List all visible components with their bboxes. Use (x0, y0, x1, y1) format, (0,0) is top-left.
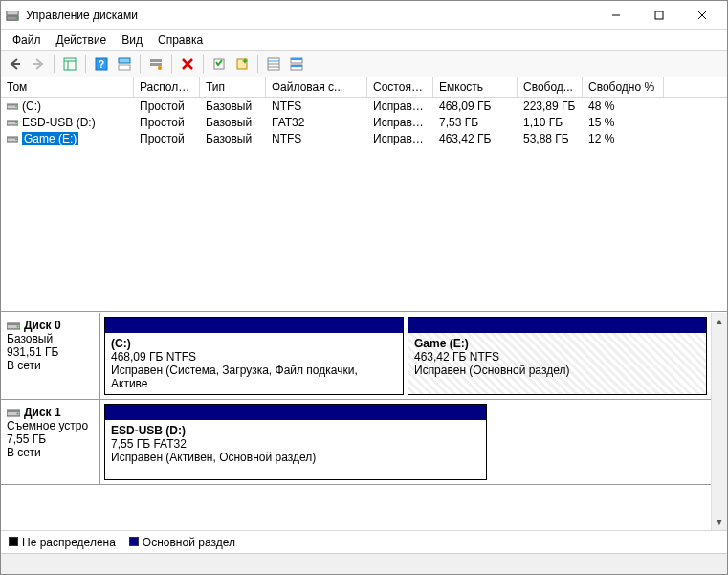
properties-button[interactable] (209, 54, 230, 75)
partition-info: 7,55 ГБ FAT32 (111, 437, 480, 451)
partition[interactable]: Game (E:)463,42 ГБ NTFSИсправен (Основно… (408, 317, 707, 395)
drive-icon (7, 134, 18, 144)
close-button[interactable] (680, 2, 723, 29)
scroll-up-button[interactable]: ▲ (712, 313, 728, 329)
disk-info[interactable]: Диск 1Съемное устро7,55 ГБВ сети (1, 400, 100, 484)
legend: Не распределена Основной раздел (1, 530, 727, 553)
cell: Простой (134, 116, 200, 129)
partition-header (408, 318, 706, 333)
table-header: Том Располо... Тип Файловая с... Состоян… (1, 77, 727, 98)
partition-name: Game (E:) (414, 337, 700, 350)
svg-rect-38 (7, 137, 18, 139)
col-volume[interactable]: Том (1, 77, 134, 97)
col-type[interactable]: Тип (200, 77, 266, 97)
svg-rect-41 (7, 323, 20, 325)
disk-name: Диск 1 (7, 406, 94, 419)
svg-rect-35 (7, 121, 18, 122)
table-row[interactable]: ESD-USB (D:)ПростойБазовыйFAT32Исправен.… (1, 114, 727, 130)
cell: 48 % (583, 100, 664, 113)
show-hide-tree-button[interactable] (59, 54, 80, 75)
svg-rect-1 (7, 11, 18, 14)
partition-body: (C:)468,09 ГБ NTFSИсправен (Система, Заг… (105, 333, 403, 394)
minimize-button[interactable] (594, 2, 637, 29)
drive-icon (7, 118, 18, 127)
new-button[interactable] (232, 54, 253, 75)
svg-rect-15 (119, 65, 130, 70)
titlebar: Управление дисками (1, 1, 727, 30)
cell: 223,89 ГБ (518, 100, 583, 113)
show-actions-button[interactable] (145, 54, 166, 75)
help-button[interactable]: ? (91, 54, 112, 75)
col-fs[interactable]: Файловая с... (266, 77, 367, 97)
partition-info: 468,09 ГБ NTFS (111, 350, 397, 364)
table-body: (C:)ПростойБазовыйNTFSИсправен...468,09 … (1, 98, 727, 311)
col-layout[interactable]: Располо... (134, 77, 200, 97)
disk-partitions: ESD-USB (D:)7,55 ГБ FAT32Исправен (Актив… (100, 400, 711, 484)
disk-status: В сети (7, 446, 94, 459)
partition-status: Исправен (Основной раздел) (414, 364, 700, 377)
svg-point-42 (17, 326, 19, 328)
cell: 463,42 ГБ (433, 132, 518, 145)
scroll-down-button[interactable]: ▼ (712, 514, 728, 530)
svg-text:?: ? (99, 59, 104, 70)
cell: Исправен... (367, 116, 433, 129)
menu-view[interactable]: Вид (114, 32, 150, 49)
disk-status: В сети (7, 359, 94, 372)
col-freepct[interactable]: Свободно % (583, 77, 664, 97)
disk-name: Диск 0 (7, 319, 94, 332)
layout-list-button[interactable] (263, 54, 284, 75)
cell: NTFS (266, 100, 367, 113)
col-free[interactable]: Свобод... (518, 77, 583, 97)
delete-button[interactable] (177, 54, 198, 75)
table-row[interactable]: (C:)ПростойБазовыйNTFSИсправен...468,09 … (1, 98, 727, 114)
cell: 1,10 ГБ (518, 116, 583, 129)
cell: FAT32 (266, 116, 367, 129)
disk-graphic-area: Диск 0Базовый931,51 ГБВ сети(C:)468,09 Г… (1, 312, 727, 553)
layout-graphic-button[interactable] (286, 54, 307, 75)
col-capacity[interactable]: Емкость (433, 77, 518, 97)
svg-rect-29 (291, 58, 302, 60)
partition-header (105, 405, 486, 420)
svg-rect-32 (7, 104, 18, 106)
menu-help[interactable]: Справка (150, 32, 210, 49)
svg-rect-30 (291, 65, 302, 67)
cell: (C:) (1, 100, 134, 113)
menu-action[interactable]: Действие (49, 32, 115, 49)
svg-rect-44 (7, 410, 20, 412)
cell: Исправен... (367, 132, 433, 145)
partition-status: Исправен (Активен, Основной раздел) (111, 451, 480, 464)
cell: Простой (134, 132, 200, 145)
disk-info[interactable]: Диск 0Базовый931,51 ГБВ сети (1, 313, 100, 399)
menubar: Файл Действие Вид Справка (1, 30, 727, 51)
app-icon (5, 8, 20, 23)
back-button[interactable] (5, 54, 26, 75)
forward-button[interactable] (28, 54, 49, 75)
disk-size: 931,51 ГБ (7, 345, 94, 359)
cell: ESD-USB (D:) (1, 116, 134, 129)
svg-rect-17 (150, 63, 162, 66)
menu-file[interactable]: Файл (5, 32, 49, 49)
svg-rect-9 (64, 58, 76, 70)
statusbar (1, 553, 727, 574)
cell: Простой (134, 100, 200, 113)
disk-size: 7,55 ГБ (7, 432, 94, 446)
cell: 468,09 ГБ (433, 100, 518, 113)
vertical-scrollbar[interactable]: ▲ ▼ (711, 313, 727, 530)
partition[interactable]: (C:)468,09 ГБ NTFSИсправен (Система, Заг… (104, 317, 404, 395)
view-top-button[interactable] (114, 54, 135, 75)
maximize-button[interactable] (637, 2, 680, 29)
cell: NTFS (266, 132, 367, 145)
svg-point-39 (15, 139, 17, 141)
cell: 7,53 ГБ (433, 116, 518, 129)
toolbar: ? (1, 51, 727, 77)
partition[interactable]: ESD-USB (D:)7,55 ГБ FAT32Исправен (Актив… (104, 404, 487, 480)
table-row[interactable]: Game (E:)ПростойБазовыйNTFSИсправен...46… (1, 130, 727, 146)
svg-point-45 (17, 413, 19, 415)
svg-rect-4 (655, 11, 663, 19)
cell: Исправен... (367, 100, 433, 113)
cell: 53,88 ГБ (518, 132, 583, 145)
partition-status: Исправен (Система, Загрузка, Файл подкач… (111, 364, 397, 390)
cell: Базовый (200, 132, 266, 145)
col-status[interactable]: Состояние (367, 77, 433, 97)
disk-row: Диск 1Съемное устро7,55 ГБВ сетиESD-USB … (1, 400, 711, 485)
